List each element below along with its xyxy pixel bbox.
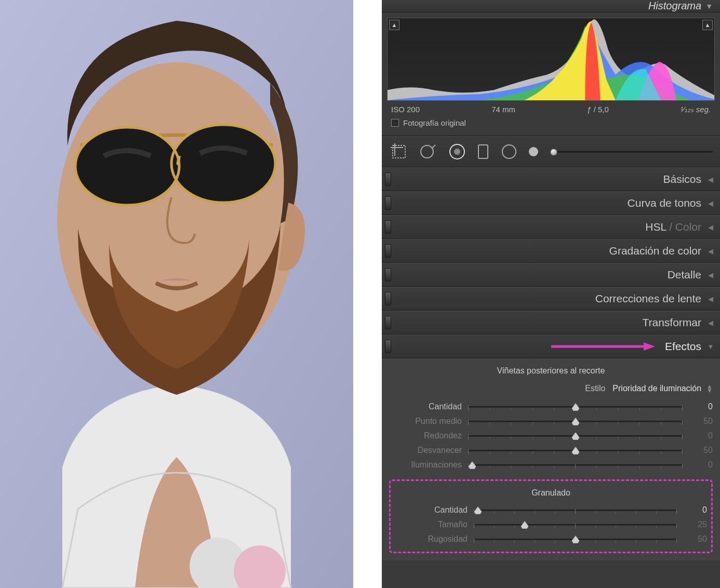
slider-knob-icon <box>571 447 579 455</box>
slider-knob-icon <box>571 536 579 543</box>
expand-icon: ◀ <box>706 319 715 327</box>
gap <box>353 0 382 588</box>
svg-point-10 <box>421 145 433 158</box>
collapse-icon: ▼ <box>705 2 713 10</box>
switch-icon[interactable] <box>385 268 391 282</box>
section-color-grading[interactable]: Gradación de color ◀ <box>382 239 720 263</box>
section-transform[interactable]: Transformar ◀ <box>382 311 720 335</box>
brush-tool-icon[interactable] <box>528 142 541 162</box>
slider-knob-icon <box>571 432 579 440</box>
expand-icon: ◀ <box>706 271 715 279</box>
photo-preview <box>0 0 353 588</box>
histogram-wrap: ▲ ▲ ISO 200 74 mm ƒ / 5,0 ¹⁄₁₂₅ seg. Fot… <box>382 12 720 136</box>
shadow-clipping-icon[interactable]: ▲ <box>389 20 399 30</box>
brush-size-slider[interactable] <box>550 149 713 154</box>
slider-label: Redondez <box>389 431 462 440</box>
exif-aperture: ƒ / 5,0 <box>587 105 609 114</box>
highlight-clipping-icon[interactable]: ▲ <box>702 20 713 30</box>
slider-value: 50 <box>689 446 713 455</box>
slider-label: Tamaño <box>395 520 468 529</box>
histogram[interactable]: ▲ ▲ <box>387 18 715 101</box>
slider-value[interactable]: 0 <box>683 505 707 515</box>
svg-marker-24 <box>521 521 528 529</box>
switch-icon[interactable] <box>385 316 391 329</box>
portrait-illustration <box>0 0 353 588</box>
slider-row: Redondez 0 <box>389 429 713 443</box>
expand-icon: ◀ <box>706 176 715 183</box>
svg-rect-13 <box>478 145 488 158</box>
svg-point-12 <box>454 149 460 155</box>
radial-tool-icon[interactable] <box>499 142 519 162</box>
slider-knob-icon <box>469 461 476 469</box>
slider-row: Cantidad 0 <box>389 399 713 414</box>
slider-value: 25 <box>683 520 707 529</box>
exif-focal: 74 mm <box>491 105 515 114</box>
mask-tool-icon[interactable] <box>476 142 490 162</box>
slider-value: 0 <box>689 431 713 440</box>
slider-row: Tamaño 25 <box>395 517 707 532</box>
slider-value: 50 <box>689 417 713 426</box>
spot-tool-icon[interactable] <box>418 142 438 162</box>
expand-icon: ◀ <box>706 247 715 255</box>
original-photo-toggle[interactable]: Fotografía original <box>387 116 715 132</box>
histogram-title: Histograma <box>648 0 701 12</box>
switch-icon[interactable] <box>385 292 391 305</box>
slider <box>468 417 683 426</box>
expand-icon: ◀ <box>706 295 715 303</box>
section-effects-wrap: Efectos ▼ <box>382 335 720 358</box>
slider-value: 0 <box>689 460 713 470</box>
slider-knob-icon <box>571 418 579 425</box>
section-basic[interactable]: Básicos ◀ <box>382 167 720 191</box>
expand-icon: ◀ <box>706 223 715 231</box>
svg-marker-18 <box>571 403 579 411</box>
expand-icon: ◀ <box>706 199 715 207</box>
grain-title: Granulado <box>395 488 707 498</box>
switch-icon[interactable] <box>385 244 391 258</box>
switch-icon[interactable] <box>385 340 391 353</box>
slider-label: Desvanecer <box>389 446 462 455</box>
collapse-icon: ▼ <box>706 343 715 351</box>
chevron-updown-icon: ▲▼ <box>706 384 713 393</box>
histogram-header[interactable]: Histograma ▼ <box>382 0 720 12</box>
slider <box>468 460 683 470</box>
exif-row: ISO 200 74 mm ƒ / 5,0 ¹⁄₁₂₅ seg. <box>387 101 715 116</box>
slider-row: Rugosidad 50 <box>395 532 707 546</box>
section-hsl[interactable]: HSL / Color ◀ <box>382 215 720 239</box>
checkbox-icon[interactable] <box>391 119 399 127</box>
slider-value[interactable]: 0 <box>689 402 713 411</box>
develop-panel: Histograma ▼ ▲ ▲ ISO 200 74 mm <box>382 0 720 588</box>
crop-tool-icon[interactable] <box>389 142 409 162</box>
slider <box>474 534 677 544</box>
slider-row: Punto medio 50 <box>389 414 713 429</box>
slider-row: Cantidad 0 <box>395 503 707 517</box>
vignette-title: Viñetas posteriores al recorte <box>389 366 713 376</box>
slider-knob-icon[interactable] <box>571 403 579 411</box>
tool-strip <box>382 136 720 167</box>
switch-icon[interactable] <box>385 196 391 210</box>
slider[interactable] <box>474 505 677 515</box>
section-tone-curve[interactable]: Curva de tonos ◀ <box>382 191 720 215</box>
section-detail[interactable]: Detalle ◀ <box>382 263 720 287</box>
slider-knob-icon <box>521 521 528 529</box>
slider[interactable] <box>468 402 683 411</box>
redeye-tool-icon[interactable] <box>447 142 467 162</box>
slider-label: Cantidad <box>389 402 462 411</box>
svg-marker-22 <box>469 461 476 469</box>
style-dropdown[interactable]: Prioridad de iluminación ▲▼ <box>612 384 713 393</box>
svg-marker-25 <box>571 536 579 543</box>
svg-marker-19 <box>571 418 579 425</box>
slider-value: 50 <box>683 534 707 544</box>
section-lens[interactable]: Correcciones de lente ◀ <box>382 287 720 311</box>
app-root: Histograma ▼ ▲ ▲ ISO 200 74 mm <box>0 0 720 588</box>
original-label: Fotografía original <box>403 118 466 127</box>
slider-knob-icon[interactable] <box>474 506 482 514</box>
slider-row: Iluminaciones 0 <box>389 458 713 472</box>
switch-icon[interactable] <box>385 172 391 186</box>
slider <box>468 431 683 440</box>
switch-icon[interactable] <box>385 220 391 234</box>
slider <box>468 446 683 455</box>
svg-marker-20 <box>571 432 579 440</box>
section-effects[interactable]: Efectos ▼ <box>382 335 720 358</box>
slider <box>474 520 677 529</box>
slider-label: Punto medio <box>389 417 462 426</box>
